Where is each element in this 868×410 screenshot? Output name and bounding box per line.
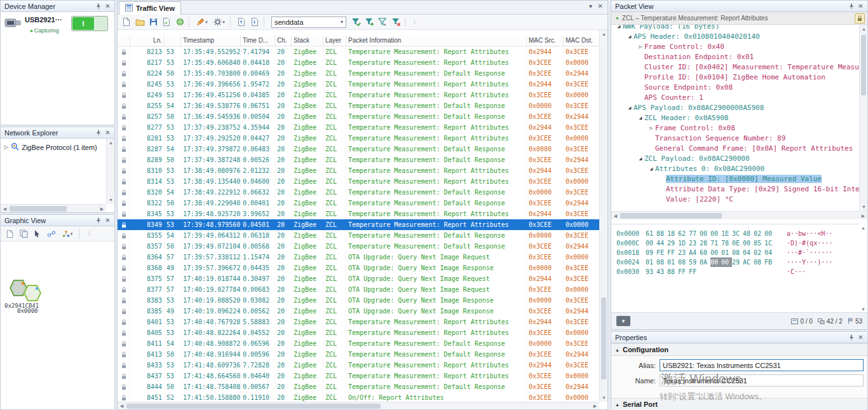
packet-table-header[interactable]: Ln. Timestamp Time D... Ch. Stack Layer … bbox=[118, 36, 600, 46]
previous-bookmark-icon[interactable] bbox=[235, 16, 248, 29]
filter-apply-icon[interactable] bbox=[349, 16, 362, 29]
traffic-row[interactable]: 82875417:37:49.3798720.0648320ZigBeeZCLT… bbox=[118, 144, 600, 154]
packet-tree-node[interactable]: Value: [2220] °C bbox=[611, 194, 859, 204]
packet-tree-node[interactable]: APS Counter: 1 bbox=[611, 92, 859, 102]
tree-expander-icon[interactable]: ◢ bbox=[615, 25, 623, 29]
packet-tree-node[interactable]: Attribute Data Type: [0x29] Signed 16-bi… bbox=[611, 184, 859, 194]
packet-tree-node[interactable]: Transaction Sequence Number: 89 bbox=[611, 133, 859, 143]
lock-packet-icon[interactable] bbox=[855, 13, 865, 24]
traffic-row[interactable]: 82135317:35:49.5529527.4179420ZigBeeZCLT… bbox=[118, 46, 600, 57]
scroll-right-arrow[interactable]: ▶ bbox=[98, 205, 106, 213]
traffic-row[interactable]: 83555417:39:49.0643120.0631820ZigBeeZCLT… bbox=[118, 230, 600, 241]
scroll-up-arrow[interactable]: ▲ bbox=[600, 30, 608, 38]
copy-image-icon[interactable] bbox=[17, 228, 30, 240]
tree-expander-icon[interactable]: ◢ bbox=[637, 115, 644, 121]
vertical-scrollbar[interactable]: ▲ ▼ bbox=[106, 139, 114, 204]
packet-tree-node[interactable]: ◢Attributes 0: 0x08AC290000 bbox=[611, 163, 859, 174]
save-capture-icon[interactable] bbox=[147, 16, 159, 29]
pin-icon[interactable] bbox=[846, 2, 856, 11]
horizontal-scrollbar[interactable]: ◀ ▶ bbox=[611, 211, 867, 219]
open-capture-icon[interactable] bbox=[133, 16, 146, 29]
packet-tree-node[interactable]: ◢APS Header: 0x0108010404020140 bbox=[611, 31, 859, 41]
traffic-row[interactable]: 84015317:40:48.7679285.5888320ZigBeeZCLT… bbox=[118, 317, 600, 327]
traffic-row[interactable]: 83645717:39:57.3381121.1547420ZigBeeZCLO… bbox=[118, 252, 600, 263]
topology-canvas[interactable]: 0x2941CB41 0x0000 bbox=[1, 242, 114, 409]
alias-input[interactable]: USB2921: Texas Instruments CC2531 bbox=[660, 359, 864, 371]
scroll-right-arrow[interactable]: ▶ bbox=[859, 212, 867, 220]
scroll-down-arrow[interactable]: ▼ bbox=[860, 203, 868, 211]
filter-clear-icon[interactable] bbox=[390, 16, 402, 29]
traffic-row[interactable]: 84055317:40:48.8222640.0455220ZigBeeZCLT… bbox=[118, 327, 600, 338]
pin-icon[interactable] bbox=[93, 128, 103, 137]
tree-expander-icon[interactable]: ▷ bbox=[648, 125, 655, 131]
filter-edit-icon[interactable] bbox=[376, 16, 389, 29]
close-icon[interactable]: ✕ bbox=[856, 2, 865, 11]
traffic-row[interactable]: 83755717:40:19.0187440.3049720ZigBeeZCLO… bbox=[118, 273, 600, 284]
group-serial-port[interactable]: ▲ Serial Port bbox=[611, 398, 867, 410]
traffic-row[interactable]: 83854917:40:19.0962240.0056220ZigBeeZCLO… bbox=[118, 306, 600, 317]
close-icon[interactable]: ✕ bbox=[856, 333, 865, 342]
scroll-left-arrow[interactable]: ◀ bbox=[118, 402, 126, 410]
column-header-mac-dst[interactable]: MAC Dst. bbox=[564, 36, 600, 46]
traffic-row[interactable]: 83205417:38:49.2229120.0663220ZigBeeZCLT… bbox=[118, 187, 600, 198]
tree-expander-icon[interactable]: ▷ bbox=[637, 44, 644, 50]
scroll-thumb[interactable] bbox=[601, 297, 606, 379]
packet-tree-node[interactable]: ◢APS Payload: 0x08AC2900000A5908 bbox=[611, 102, 859, 113]
select-cursor-icon[interactable] bbox=[31, 228, 44, 240]
export-capture-icon[interactable] bbox=[160, 16, 173, 29]
column-header-ln[interactable]: Ln. bbox=[130, 36, 165, 46]
hex-row[interactable]: 0x002401080108590A000029AC08FB····Y···)·… bbox=[616, 257, 867, 267]
name-input[interactable]: Texas Instruments CC2531 bbox=[660, 374, 864, 386]
column-header-packet-information[interactable]: Packet Information bbox=[346, 36, 527, 46]
packet-tree-node[interactable]: General Command Frame: [0x0A] Report Att… bbox=[611, 143, 859, 153]
tab-traffic-view[interactable]: Traffic View bbox=[119, 1, 181, 15]
traffic-row[interactable]: 82175317:35:49.6068400.0441820ZigBeeZCLT… bbox=[118, 57, 600, 68]
column-header-layer[interactable]: Layer bbox=[323, 36, 346, 46]
horizontal-scrollbar[interactable]: ◀ ▶ bbox=[118, 402, 599, 409]
tree-expander-icon[interactable]: ◢ bbox=[626, 34, 634, 39]
vertical-scrollbar[interactable]: ▲ ▼ bbox=[859, 25, 867, 211]
traffic-row[interactable]: 83495317:39:48.9795600.0450120ZigBeeZCLT… bbox=[118, 219, 600, 230]
scroll-down-arrow[interactable]: ▼ bbox=[107, 196, 115, 204]
tree-expander-icon[interactable]: ▷ bbox=[4, 144, 8, 150]
traffic-row[interactable]: 83105317:38:49.0809762.0123220ZigBeeZCLT… bbox=[118, 165, 600, 176]
filter-add-icon[interactable] bbox=[363, 16, 376, 29]
link-nodes-icon[interactable] bbox=[45, 228, 58, 240]
tree-expander-icon[interactable]: ◢ bbox=[648, 166, 655, 172]
traffic-row[interactable]: 82495317:36:49.4512560.0438520ZigBeeZCLT… bbox=[118, 90, 600, 100]
packet-tree-node[interactable]: Destination Endpoint: 0x01 bbox=[611, 51, 859, 62]
traffic-row[interactable]: 82815317:37:49.2925200.0442720ZigBeeZCLT… bbox=[118, 133, 600, 144]
traffic-row[interactable]: 82555417:36:49.5387760.0675120ZigBeeZCLT… bbox=[118, 100, 600, 111]
hex-row[interactable]: 0x0000618818627700001E3C480200a··bw···<H… bbox=[616, 229, 867, 238]
next-bookmark-icon[interactable] bbox=[248, 16, 261, 29]
toolbar-overflow-icon[interactable]: ⁞ bbox=[85, 229, 94, 238]
traffic-row[interactable]: 83775717:40:19.0277840.0068320ZigBeeZCLO… bbox=[118, 284, 600, 295]
hex-row[interactable]: 0x001809FEFF23A460000108040204···#·`····… bbox=[616, 248, 867, 257]
pin-icon[interactable] bbox=[846, 333, 856, 342]
packet-tree-node[interactable]: Profile ID: [0x0104] ZigBee Home Automat… bbox=[611, 72, 859, 82]
packet-tree-node[interactable]: ▷Frame Control: 0x40 bbox=[611, 41, 859, 51]
scroll-thumb[interactable] bbox=[126, 404, 381, 409]
close-icon[interactable]: ✕ bbox=[103, 2, 112, 11]
traffic-row[interactable]: 82575017:36:49.5459360.0050420ZigBeeZCLT… bbox=[118, 111, 600, 122]
horizontal-scrollbar[interactable]: ◀ ▶ bbox=[1, 204, 106, 212]
tree-item-zigbee-protocol[interactable]: ▷ ZigBee Protocol (1 item) bbox=[1, 139, 114, 152]
collapse-icon[interactable]: ▲ bbox=[615, 402, 620, 407]
hex-row[interactable]: 0x000C0044291D232871780E00851C·D)·#(qx··… bbox=[616, 238, 867, 248]
column-header-channel[interactable]: Ch. bbox=[275, 36, 292, 46]
packet-tree-node[interactable]: Cluster ID: [0x0402] Measurement: Temper… bbox=[611, 62, 859, 72]
node-hexagon-icon[interactable] bbox=[24, 285, 41, 304]
traffic-row[interactable]: 82455317:36:49.3966561.9547220ZigBeeZCLT… bbox=[118, 79, 600, 90]
settings-gear-icon[interactable]: ▾ bbox=[211, 16, 227, 29]
column-header-time-delta[interactable]: Time D... bbox=[241, 36, 275, 46]
traffic-row[interactable]: 82895017:37:49.3872480.0052620ZigBeeZCLT… bbox=[118, 154, 600, 165]
scroll-up-arrow[interactable]: ▲ bbox=[860, 25, 868, 33]
vertical-scrollbar[interactable]: ▲ ▼ bbox=[599, 30, 607, 402]
toolbar-overflow-icon[interactable]: ⁞ bbox=[410, 18, 419, 27]
close-icon[interactable]: ✕ bbox=[103, 128, 112, 137]
traffic-row[interactable]: 84335317:41:48.6097367.7282820ZigBeeZCLT… bbox=[118, 360, 600, 371]
traffic-row[interactable]: 83684917:39:57.3966720.0443520ZigBeeZCLO… bbox=[118, 263, 600, 273]
highlight-rules-icon[interactable]: ▾ bbox=[194, 16, 210, 29]
tab-list-dropdown-icon[interactable]: ▾ bbox=[589, 3, 592, 10]
traffic-row[interactable]: 83455317:39:48.9257203.9965220ZigBeeZCLT… bbox=[118, 208, 600, 219]
